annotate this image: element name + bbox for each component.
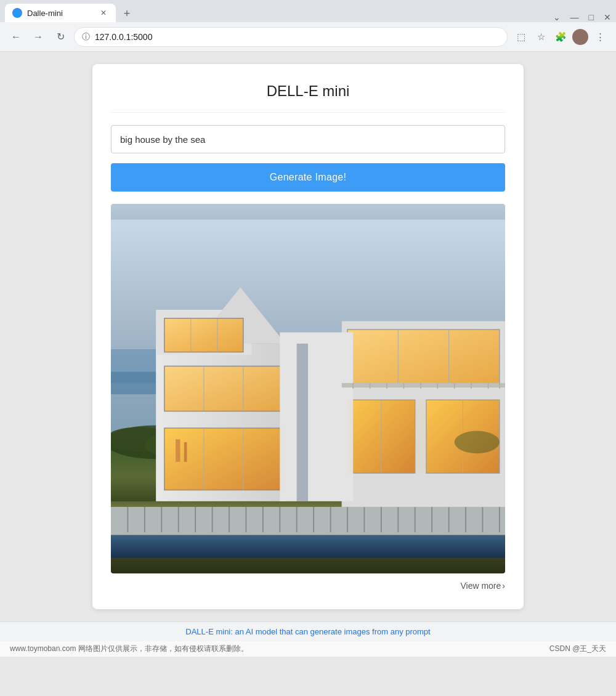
svg-rect-80	[164, 428, 283, 490]
cast-icon[interactable]: ⬚	[513, 28, 530, 46]
svg-rect-40	[164, 318, 243, 352]
tab-bar: 🌐 Dalle-mini ✕ + ⌄ — □ ✕	[0, 0, 616, 22]
generated-image	[111, 204, 505, 573]
svg-rect-12	[111, 507, 505, 535]
prompt-input[interactable]	[111, 125, 505, 153]
footer-note-row: www.toymoban.com 网络图片仅供展示，非存储，如有侵权请联系删除。…	[0, 641, 616, 657]
extensions-icon[interactable]: 🧩	[552, 28, 569, 46]
bookmark-icon[interactable]: ☆	[532, 28, 549, 46]
toolbar-icons: ⬚ ☆ 🧩 ⋮	[513, 28, 609, 46]
back-button[interactable]: ←	[7, 28, 25, 46]
svg-rect-44	[164, 366, 283, 411]
url-text: 127.0.0.1:5000	[95, 32, 152, 42]
footer-note-left: www.toymoban.com 网络图片仅供展示，非存储，如有侵权请联系删除。	[10, 644, 248, 654]
svg-rect-64	[280, 333, 353, 501]
footer-note-right: CSDN @王_天天	[549, 644, 606, 654]
window-dropdown-button[interactable]: ⌄	[553, 12, 561, 22]
tab-close-button[interactable]: ✕	[99, 8, 108, 18]
house-scene-svg	[111, 204, 505, 573]
close-button[interactable]: ✕	[604, 12, 611, 22]
new-tab-button[interactable]: +	[118, 5, 136, 22]
window-controls: ⌄ — □ ✕	[553, 12, 611, 22]
svg-rect-54	[347, 330, 500, 386]
main-card: DELL-E mini Generate Image!	[92, 64, 524, 609]
browser-chrome: 🌐 Dalle-mini ✕ + ⌄ — □ ✕ ← → ↻ ⓘ 127.0.0…	[0, 0, 616, 52]
maximize-button[interactable]: □	[589, 12, 594, 22]
svg-rect-13	[111, 535, 505, 558]
status-link[interactable]: DALL-E mini: an AI model that can genera…	[185, 627, 430, 636]
minimize-button[interactable]: —	[570, 12, 579, 22]
lock-icon: ⓘ	[82, 31, 90, 42]
tab-favicon: 🌐	[12, 8, 22, 18]
status-text: DALL-E mini: an AI model that can genera…	[185, 627, 430, 636]
page-wrapper: DELL-E mini Generate Image!	[0, 52, 616, 609]
bottom-status-bar: DALL-E mini: an AI model that can genera…	[0, 621, 616, 641]
profile-icon[interactable]	[572, 28, 589, 46]
svg-rect-65	[297, 344, 308, 501]
address-bar[interactable]: ⓘ 127.0.0.1:5000	[74, 27, 508, 47]
menu-icon[interactable]: ⋮	[591, 28, 609, 46]
view-more-link[interactable]: View more ›	[111, 581, 505, 591]
app-title: DELL-E mini	[111, 83, 505, 113]
forward-button[interactable]: →	[30, 28, 47, 46]
active-tab[interactable]: 🌐 Dalle-mini ✕	[5, 4, 116, 22]
view-more-chevron: ›	[502, 581, 505, 591]
svg-rect-81	[347, 400, 500, 473]
avatar	[572, 29, 588, 45]
svg-rect-66	[342, 383, 505, 387]
generate-button[interactable]: Generate Image!	[111, 163, 505, 192]
view-more-label: View more	[460, 581, 501, 591]
address-bar-row: ← → ↻ ⓘ 127.0.0.1:5000 ⬚ ☆ 🧩 ⋮	[0, 22, 616, 52]
tab-title: Dalle-mini	[27, 9, 94, 18]
reload-button[interactable]: ↻	[52, 28, 69, 46]
